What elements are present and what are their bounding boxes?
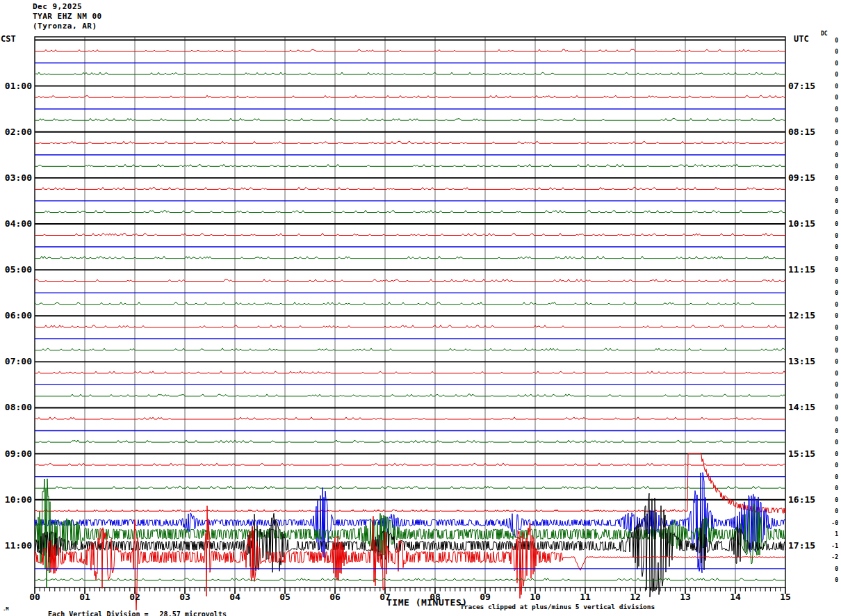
cst-time-label: 05:00 [1, 264, 32, 275]
plot-border [35, 37, 785, 587]
minute-label: 03 [176, 592, 194, 602]
trace-07:15 [35, 371, 785, 373]
minute-label: 13 [676, 592, 694, 602]
dc-value: 0 [824, 371, 838, 377]
dc-value: 0 [824, 336, 838, 342]
dc-value: 0 [824, 163, 838, 170]
minute-label: 04 [226, 592, 244, 602]
dc-value: -1 [824, 543, 838, 549]
utc-time-label: 10:15 [788, 218, 823, 229]
trace-01:15 [35, 95, 785, 97]
cst-time-label: 09:00 [1, 448, 32, 459]
trace-10:45 [35, 479, 785, 588]
utc-time-label: 14:15 [788, 402, 823, 412]
trace-06:45 [35, 348, 785, 350]
dc-value: 0 [824, 83, 838, 90]
corner-mark: .M [3, 606, 8, 612]
dc-value: 1 [824, 531, 838, 537]
minute-label: 12 [626, 592, 644, 602]
dc-value: 0 [824, 416, 838, 423]
cst-time-label: 03:00 [1, 172, 32, 183]
dc-value: 0 [824, 497, 838, 503]
trace-01:45 [35, 118, 785, 120]
dc-value: 0 [824, 348, 838, 354]
minute-label: 05 [276, 592, 294, 602]
dc-value: 0 [824, 325, 838, 331]
dc-value: 0 [824, 221, 838, 227]
trace-06:15 [35, 325, 785, 327]
utc-time-label: 13:15 [788, 356, 823, 366]
cst-time-label: 07:00 [1, 356, 32, 366]
dc-value: 0 [824, 302, 838, 308]
dc-value: 0 [824, 485, 838, 492]
trace-02:45 [35, 164, 785, 166]
utc-time-label: 16:15 [788, 494, 823, 505]
minute-label: 09 [476, 592, 494, 602]
dc-value: 0 [824, 209, 838, 216]
vertical-scale-note: Each Vertical Division =28.57 microvolts [31, 603, 227, 616]
scale-label: Each Vertical Division = [48, 610, 149, 616]
dc-value: 0 [824, 577, 838, 583]
dc-value: -2 [824, 554, 838, 560]
dc-value: 0 [824, 256, 838, 262]
utc-time-label: 11:15 [788, 264, 823, 275]
cst-time-label: 06:00 [1, 310, 32, 321]
trace-04:45 [35, 257, 785, 259]
utc-time-label: 12:15 [788, 310, 823, 321]
trace-04:15 [35, 233, 785, 235]
dc-value: 0 [824, 49, 838, 55]
dc-value: 0 [824, 233, 838, 239]
dc-value: 0 [824, 508, 838, 514]
utc-time-label: 07:15 [788, 81, 823, 91]
utc-time-label: 15:15 [788, 448, 823, 459]
cst-time-label: 02:00 [1, 127, 32, 137]
dc-value: 0 [824, 382, 838, 388]
trace-02:15 [35, 141, 785, 143]
dc-value: 0 [824, 152, 838, 159]
dc-value: 0 [824, 117, 838, 124]
utc-time-label: 09:15 [788, 172, 823, 183]
dc-value: 0 [824, 267, 838, 273]
minute-label: 11 [576, 592, 594, 602]
helicorder-plot [0, 0, 841, 616]
minute-label: 06 [326, 592, 344, 602]
cst-time-label: 10:00 [1, 494, 32, 505]
dc-value: 0 [824, 186, 838, 193]
trace-05:45 [35, 302, 785, 305]
trace-00:45 [35, 72, 785, 74]
trace-05:15 [35, 279, 785, 282]
cst-time-label: 04:00 [1, 218, 32, 229]
cst-time-label: 11:00 [1, 540, 32, 551]
trace-03:45 [35, 210, 785, 212]
trace-00:15 [35, 49, 785, 51]
trace-03:15 [35, 187, 785, 189]
minute-label: 14 [726, 592, 744, 602]
dc-value: 0 [824, 106, 838, 113]
minute-label: 02 [126, 592, 144, 602]
x-axis-title: TIME (MINUTES) [386, 597, 468, 608]
trace-07:45 [35, 394, 785, 396]
trace-09:15 [35, 463, 785, 465]
dc-value: 0 [824, 290, 838, 296]
helicorder-app: { "header": { "date": "Dec 9,2025", "sta… [0, 0, 841, 616]
dc-value: 0 [824, 462, 838, 469]
trace-09:45 [35, 486, 785, 488]
dc-value: 0 [824, 394, 838, 400]
dc-value: 0 [824, 129, 838, 136]
dc-value: -0 [824, 520, 838, 526]
dc-value: 0 [824, 60, 838, 67]
trace-10:15 [35, 453, 785, 514]
minute-label: 00 [26, 592, 44, 602]
minute-label: 15 [776, 592, 794, 602]
minute-label: 10 [526, 592, 544, 602]
dc-value: 0 [824, 474, 838, 480]
dc-value: 0 [824, 95, 838, 101]
dc-value: 0 [824, 38, 838, 44]
minute-label: 01 [76, 592, 94, 602]
trace-08:15 [35, 417, 785, 419]
utc-time-label: 08:15 [788, 127, 823, 137]
dc-value: 0 [824, 405, 838, 411]
utc-time-label: 17:15 [788, 540, 823, 551]
cst-time-label: 08:00 [1, 402, 32, 412]
clip-note: Traces clipped at plus/minus 5 vertical … [460, 603, 655, 610]
